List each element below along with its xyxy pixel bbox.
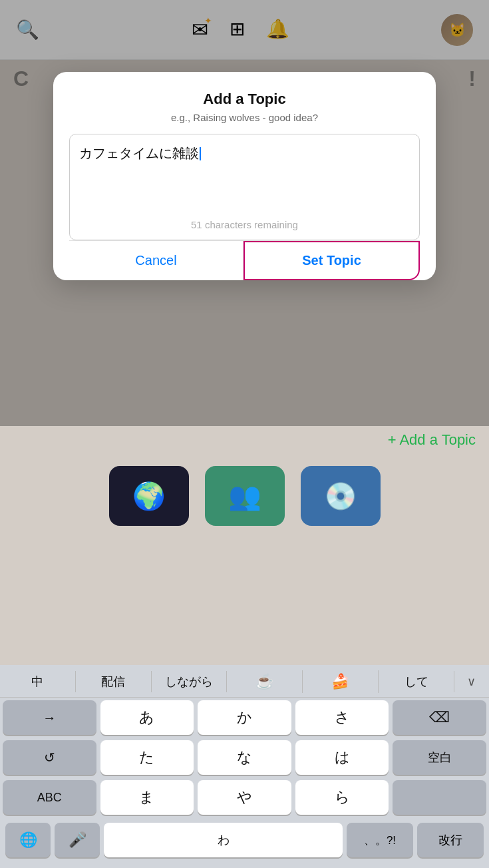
modal-subtitle: e.g., Raising wolves - good idea? [69,112,420,123]
keyboard-row-4: 🌐 🎤 わ 、。?! 改行 [3,820,486,865]
predictive-chevron[interactable]: ∨ [454,674,489,689]
key-ma[interactable]: ま [100,780,194,815]
modal-actions: Cancel Set Topic [69,240,420,280]
key-undo[interactable]: ↺ [3,740,96,775]
key-mic[interactable]: 🎤 [55,823,100,857]
predictive-item-2[interactable]: 配信 [76,671,152,692]
bg-add-topic-link: + Add a Topic [388,431,476,449]
set-topic-button[interactable]: Set Topic [244,241,420,280]
key-space-jp[interactable]: 空白 [393,740,486,775]
predictive-bar: 中 配信 しながら ☕ 🍰 して ∨ [0,665,489,698]
add-topic-modal: Add a Topic e.g., Raising wolves - good … [53,72,436,280]
text-cursor [200,147,201,160]
bg-group-icon-3: 💿 [301,466,381,526]
key-ya[interactable]: や [198,780,291,815]
key-na[interactable]: な [198,740,291,775]
key-ha[interactable]: は [295,740,389,775]
char-count: 51 characters remaining [79,214,410,233]
key-arrow[interactable]: → [3,700,96,735]
predictive-item-1[interactable]: 中 [0,671,76,692]
key-a[interactable]: あ [100,700,194,735]
topic-input-area: カフェタイムに雑談 51 characters remaining [69,134,420,240]
bg-group-icon-2: 👥 [205,466,285,526]
modal-title: Add a Topic [69,91,420,108]
cancel-button[interactable]: Cancel [69,241,244,280]
key-ta[interactable]: た [100,740,194,775]
key-wa[interactable]: わ [104,823,343,857]
key-return[interactable]: 改行 [417,823,484,857]
keyboard-row-1: → あ か さ ⌫ [3,700,486,735]
key-punctuation[interactable]: 、。?! [347,823,413,857]
predictive-item-3[interactable]: しながら [152,671,228,692]
keyboard-keys: → あ か さ ⌫ ↺ た な は 空白 ABC ま や ら 🌐 🎤 わ 、。?… [0,698,489,868]
keyboard-area: 中 配信 しながら ☕ 🍰 して ∨ → あ か さ ⌫ ↺ た な は 空白 … [0,665,489,868]
key-ra[interactable]: ら [295,780,389,815]
set-topic-label: Set Topic [302,253,361,268]
key-backspace[interactable]: ⌫ [393,700,486,735]
topic-input-value: カフェタイムに雑談 [79,146,199,160]
key-globe[interactable]: 🌐 [5,823,51,857]
key-ka[interactable]: か [198,700,291,735]
keyboard-row-2: ↺ た な は 空白 [3,740,486,775]
topic-input-text[interactable]: カフェタイムに雑談 [79,144,410,162]
predictive-item-6[interactable]: して [379,671,454,692]
key-empty [393,780,486,815]
bg-groups-row: 🌍 👥 💿 [0,466,489,526]
key-abc[interactable]: ABC [3,780,96,815]
keyboard-row-3: ABC ま や ら [3,780,486,815]
bg-group-icon-1: 🌍 [109,466,189,526]
predictive-item-4[interactable]: ☕ [227,670,303,693]
predictive-item-5[interactable]: 🍰 [303,670,379,693]
key-sa[interactable]: さ [295,700,389,735]
